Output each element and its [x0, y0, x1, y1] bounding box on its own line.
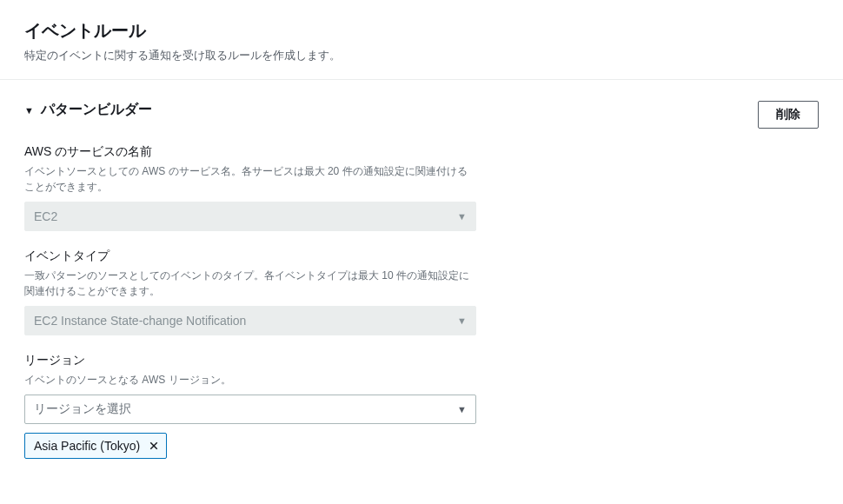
page-title: イベントルール [24, 19, 819, 43]
chevron-down-icon: ▼ [457, 315, 467, 326]
header-section: イベントルール 特定のイベントに関する通知を受け取るルールを作成します。 [0, 0, 843, 80]
region-placeholder: リージョンを選択 [34, 401, 131, 417]
close-icon [149, 441, 159, 451]
region-token: Asia Pacific (Tokyo) [24, 433, 167, 459]
event-type-select: EC2 Instance State-change Notification ▼ [24, 306, 476, 335]
chevron-down-icon: ▼ [457, 404, 467, 414]
event-type-label: イベントタイプ [24, 249, 476, 264]
caret-down-icon: ▼ [24, 105, 34, 116]
event-type-description: 一致パターンのソースとしてのイベントのタイプ。各イベントタイプは最大 10 件の… [24, 268, 476, 299]
event-type-group: イベントタイプ 一致パターンのソースとしてのイベントのタイプ。各イベントタイプは… [24, 249, 476, 335]
section-title: パターンビルダー [41, 101, 152, 119]
service-name-group: AWS のサービスの名前 イベントソースとしての AWS のサービス名。各サービ… [24, 144, 476, 231]
service-name-description: イベントソースとしての AWS のサービス名。各サービスは最大 20 件の通知設… [24, 163, 476, 195]
page-description: 特定のイベントに関する通知を受け取るルールを作成します。 [24, 48, 819, 63]
delete-button[interactable]: 削除 [758, 101, 819, 129]
service-name-value: EC2 [34, 209, 57, 223]
event-type-value: EC2 Instance State-change Notification [34, 314, 246, 328]
region-label: リージョン [24, 353, 476, 368]
chevron-down-icon: ▼ [457, 211, 467, 222]
service-name-label: AWS のサービスの名前 [24, 144, 476, 160]
content-section: ▼ パターンビルダー 削除 AWS のサービスの名前 イベントソースとしての A… [0, 80, 843, 497]
region-description: イベントのソースとなる AWS リージョン。 [24, 372, 476, 388]
service-name-select: EC2 ▼ [24, 202, 476, 231]
pattern-builder-toggle[interactable]: ▼ パターンビルダー [24, 101, 152, 119]
region-token-label: Asia Pacific (Tokyo) [34, 439, 140, 453]
region-token-remove[interactable] [149, 441, 159, 451]
region-group: リージョン イベントのソースとなる AWS リージョン。 リージョンを選択 ▼ … [24, 353, 476, 459]
region-select[interactable]: リージョンを選択 ▼ [24, 395, 476, 424]
